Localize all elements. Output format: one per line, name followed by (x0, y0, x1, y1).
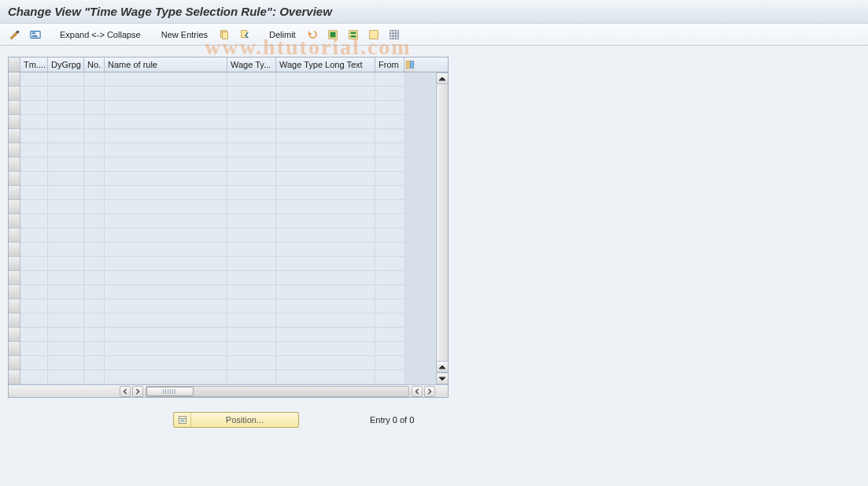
table-cell[interactable] (105, 143, 227, 158)
table-cell[interactable] (227, 172, 276, 186)
table-cell[interactable] (20, 101, 48, 115)
row-selector[interactable] (9, 72, 20, 87)
table-cell[interactable] (20, 72, 48, 87)
table-cell[interactable] (276, 143, 375, 158)
hscroll-right2-icon[interactable] (424, 386, 435, 397)
table-row[interactable] (9, 129, 436, 143)
table-cell[interactable] (48, 285, 84, 299)
table-cell[interactable] (375, 299, 404, 313)
table-cell[interactable] (84, 257, 105, 271)
table-cell[interactable] (276, 356, 375, 370)
table-cell[interactable] (375, 243, 404, 257)
table-cell[interactable] (48, 87, 84, 101)
table-cell[interactable] (48, 143, 84, 158)
table-row[interactable] (9, 172, 436, 186)
table-row[interactable] (9, 342, 436, 356)
table-cell[interactable] (227, 313, 276, 328)
row-selector[interactable] (9, 313, 20, 328)
deselect-all-icon[interactable] (365, 27, 382, 43)
row-selector[interactable] (9, 228, 20, 243)
table-cell[interactable] (20, 271, 48, 285)
table-cell[interactable] (276, 115, 375, 129)
table-cell[interactable] (375, 271, 404, 285)
table-cell[interactable] (105, 328, 227, 342)
table-cell[interactable] (105, 299, 227, 313)
table-cell[interactable] (227, 299, 276, 313)
row-selector[interactable] (9, 129, 20, 143)
row-selector[interactable] (9, 101, 20, 115)
row-selector[interactable] (9, 158, 20, 172)
table-cell[interactable] (48, 342, 84, 356)
table-row[interactable] (9, 200, 436, 214)
table-cell[interactable] (20, 299, 48, 313)
table-cell[interactable] (20, 87, 48, 101)
table-cell[interactable] (105, 158, 227, 172)
table-settings-icon[interactable] (386, 27, 403, 43)
table-cell[interactable] (48, 214, 84, 228)
table-cell[interactable] (276, 200, 375, 214)
table-cell[interactable] (20, 328, 48, 342)
table-cell[interactable] (375, 328, 404, 342)
row-selector[interactable] (9, 299, 20, 313)
table-cell[interactable] (276, 158, 375, 172)
copy-as-icon[interactable] (216, 27, 233, 43)
table-row[interactable] (9, 370, 436, 384)
table-cell[interactable] (227, 342, 276, 356)
table-cell[interactable] (84, 158, 105, 172)
col-header-tm[interactable]: Tm.... (20, 58, 48, 72)
table-cell[interactable] (84, 72, 105, 87)
table-cell[interactable] (227, 143, 276, 158)
table-cell[interactable] (20, 172, 48, 186)
table-cell[interactable] (105, 285, 227, 299)
table-cell[interactable] (84, 285, 105, 299)
table-cell[interactable] (84, 101, 105, 115)
table-cell[interactable] (105, 172, 227, 186)
table-cell[interactable] (84, 143, 105, 158)
vscroll-up-icon[interactable] (437, 72, 448, 84)
table-cell[interactable] (48, 257, 84, 271)
table-cell[interactable] (375, 115, 404, 129)
row-selector[interactable] (9, 271, 20, 285)
table-row[interactable] (9, 72, 436, 87)
table-cell[interactable] (84, 342, 105, 356)
table-cell[interactable] (105, 101, 227, 115)
table-cell[interactable] (375, 214, 404, 228)
table-cell[interactable] (84, 356, 105, 370)
table-row[interactable] (9, 299, 436, 313)
row-selector[interactable] (9, 200, 20, 214)
table-cell[interactable] (375, 356, 404, 370)
table-cell[interactable] (105, 72, 227, 87)
table-row[interactable] (9, 313, 436, 328)
table-row[interactable] (9, 285, 436, 299)
table-cell[interactable] (375, 342, 404, 356)
table-cell[interactable] (375, 172, 404, 186)
table-cell[interactable] (105, 257, 227, 271)
table-row[interactable] (9, 158, 436, 172)
table-row[interactable] (9, 115, 436, 129)
table-cell[interactable] (20, 158, 48, 172)
undo-change-icon[interactable] (304, 27, 321, 43)
table-cell[interactable] (105, 342, 227, 356)
table-cell[interactable] (227, 115, 276, 129)
table-cell[interactable] (227, 72, 276, 87)
hscroll-right-icon[interactable] (132, 386, 143, 397)
table-cell[interactable] (84, 186, 105, 200)
table-cell[interactable] (48, 271, 84, 285)
table-cell[interactable] (20, 342, 48, 356)
new-entries-button[interactable]: New Entries (157, 27, 212, 43)
table-cell[interactable] (84, 228, 105, 243)
table-cell[interactable] (48, 328, 84, 342)
table-cell[interactable] (276, 313, 375, 328)
table-cell[interactable] (276, 101, 375, 115)
table-cell[interactable] (227, 129, 276, 143)
table-cell[interactable] (48, 370, 84, 384)
table-cell[interactable] (48, 228, 84, 243)
table-cell[interactable] (105, 243, 227, 257)
expand-collapse-button[interactable]: Expand <-> Collapse (55, 27, 146, 43)
table-cell[interactable] (48, 186, 84, 200)
table-cell[interactable] (20, 257, 48, 271)
table-row[interactable] (9, 257, 436, 271)
table-cell[interactable] (84, 271, 105, 285)
table-cell[interactable] (276, 271, 375, 285)
table-cell[interactable] (375, 186, 404, 200)
